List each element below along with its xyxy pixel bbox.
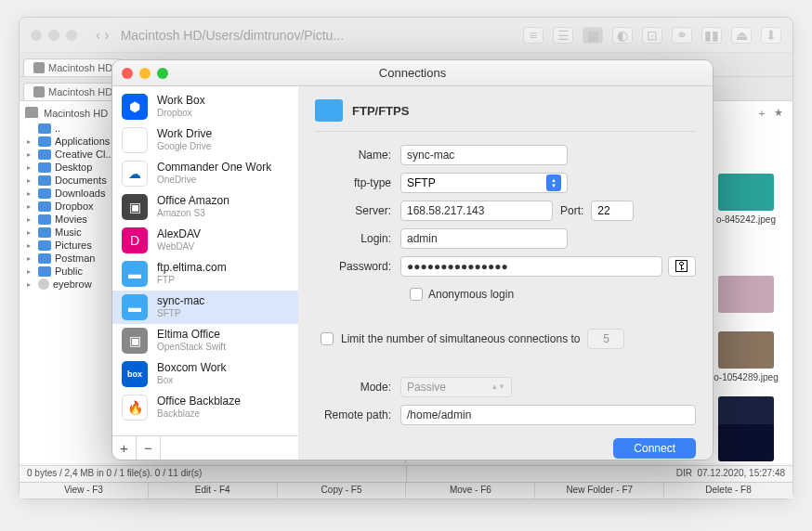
fkey-button[interactable]: Edit - F4 — [149, 483, 278, 499]
fkey-bar: View - F3Edit - F4Copy - F5Move - F6New … — [20, 482, 792, 499]
service-icon: ▬ — [122, 261, 148, 287]
bg-titlebar: ‹ › Macintosh HD/Users/dimtrunov/Pictu..… — [20, 18, 792, 53]
service-icon: 🔥 — [122, 395, 148, 421]
toolbar-btn[interactable]: ⚭ — [672, 27, 692, 44]
anon-checkbox[interactable] — [410, 288, 423, 301]
service-icon: ▲ — [122, 127, 148, 153]
connection-item[interactable]: ▬ sync-macSFTP — [112, 291, 298, 324]
name-label: Name: — [315, 149, 400, 162]
service-icon: box — [122, 361, 148, 387]
connections-modal: Connections ⬢ Work BoxDropbox▲ Work Driv… — [111, 59, 714, 460]
limit-label: Limit the number of simultaneous connect… — [341, 332, 580, 345]
password-input[interactable] — [400, 256, 662, 277]
chevron-updown-icon: ▲▼ — [491, 384, 505, 390]
connection-item[interactable]: ▲ Work DriveGoogle Drive — [112, 123, 298, 157]
connections-sidebar: ⬢ Work BoxDropbox▲ Work DriveGoogle Driv… — [112, 86, 298, 460]
toolbar-btn[interactable]: ⊡ — [642, 27, 662, 44]
bg-tab[interactable]: Macintosh HD — [23, 83, 123, 100]
toolbar-btn[interactable]: ≡ — [523, 27, 544, 44]
protocol-label: FTP/FTPS — [352, 104, 409, 118]
minimize-icon[interactable] — [48, 30, 59, 41]
login-label: Login: — [315, 232, 400, 245]
close-icon[interactable] — [31, 30, 42, 41]
name-input[interactable] — [400, 145, 568, 165]
toolbar-btn[interactable]: ▦ — [583, 27, 603, 44]
toolbar-btn[interactable]: ▮▮ — [701, 27, 722, 44]
toolbar-btn[interactable]: ⬇ — [761, 27, 781, 44]
add-connection-button[interactable]: + — [112, 436, 137, 460]
connection-item[interactable]: D AlexDAVWebDAV — [112, 224, 298, 257]
sidebar-footer: + − — [112, 435, 298, 460]
password-label: Password: — [315, 260, 400, 273]
protocol-icon — [315, 99, 343, 122]
zoom-icon[interactable] — [157, 68, 168, 79]
remote-input[interactable] — [400, 405, 696, 425]
service-icon: D — [122, 227, 148, 253]
ftptype-label: ftp-type — [315, 176, 400, 189]
limit-input[interactable] — [587, 329, 624, 349]
mode-select: Passive ▲▼ — [400, 377, 512, 397]
connection-item[interactable]: ⬢ Work BoxDropbox — [112, 90, 298, 123]
fkey-button[interactable]: New Folder - F7 — [535, 483, 664, 499]
connection-item[interactable]: box Boxcom WorkBox — [112, 357, 298, 391]
toolbar-btn[interactable]: ⏏ — [731, 27, 752, 44]
limit-checkbox[interactable] — [321, 332, 334, 345]
service-icon: ▣ — [122, 328, 148, 354]
key-button[interactable]: ⚿ — [668, 256, 696, 277]
status-left: 0 bytes / 2,4 MB in 0 / 1 file(s). 0 / 1… — [20, 466, 407, 482]
toolbar-btn[interactable]: ☰ — [553, 27, 573, 44]
bg-traffic-lights — [31, 30, 77, 41]
chevron-updown-icon: ▲▼ — [546, 175, 561, 191]
fkey-button[interactable]: View - F3 — [20, 483, 149, 499]
bg-toolbar: ≡ ☰ ▦ ◐ ⊡ ⚭ ▮▮ ⏏ ⬇ — [523, 27, 781, 44]
connections-list: ⬢ Work BoxDropbox▲ Work DriveGoogle Driv… — [112, 86, 298, 435]
service-icon: ⬢ — [122, 94, 148, 120]
modal-title: Connections — [379, 66, 446, 80]
server-input[interactable] — [400, 201, 553, 221]
fkey-button[interactable]: Copy - F5 — [278, 483, 407, 499]
bg-path: Macintosh HD/Users/dimtrunov/Pictu... — [121, 28, 344, 43]
login-input[interactable] — [400, 228, 568, 249]
thumbnail[interactable]: o-845242.jpeg — [709, 174, 783, 225]
form-header: FTP/FTPS — [315, 99, 696, 132]
connect-button[interactable]: Connect — [613, 438, 696, 459]
remote-label: Remote path: — [315, 408, 400, 421]
ftptype-select[interactable]: SFTP ▲▼ — [400, 173, 568, 193]
connection-item[interactable]: ☁ Commander One WorkOneDrive — [112, 157, 298, 190]
bg-status: 0 bytes / 2,4 MB in 0 / 1 file(s). 0 / 1… — [20, 465, 792, 482]
key-icon: ⚿ — [674, 258, 689, 275]
fkey-button[interactable]: Delete - F8 — [664, 483, 792, 499]
forward-icon[interactable]: › — [104, 27, 109, 44]
zoom-icon[interactable] — [66, 30, 77, 41]
mode-label: Mode: — [315, 381, 400, 394]
remove-connection-button[interactable]: − — [137, 436, 161, 460]
close-icon[interactable] — [122, 68, 133, 79]
bg-nav: ‹ › — [96, 27, 110, 44]
anon-label: Anonymous login — [428, 288, 514, 301]
port-input[interactable] — [591, 201, 634, 221]
add-tab-icon[interactable]: + — [753, 108, 770, 119]
minimize-icon[interactable] — [139, 68, 151, 79]
toolbar-btn[interactable]: ◐ — [612, 27, 633, 44]
connection-item[interactable]: ▣ Eltima OfficeOpenStack Swift — [112, 324, 298, 357]
connection-item[interactable]: ▣ Office AmazonAmazon S3 — [112, 190, 298, 224]
fkey-button[interactable]: Move - F6 — [406, 483, 535, 499]
thumbnail[interactable] — [709, 276, 783, 317]
connection-item[interactable]: ▬ ftp.eltima.comFTP — [112, 257, 298, 291]
service-icon: ▣ — [122, 194, 148, 220]
connection-item[interactable]: 🔥 Office BackblazeBackblaze — [112, 391, 298, 424]
status-right: DIR 07.12.2020, 15:27:48 — [407, 466, 793, 482]
service-icon: ▬ — [122, 294, 148, 320]
bg-tab[interactable]: Macintosh HD — [23, 58, 123, 76]
connection-form: FTP/FTPS Name: ftp-type SFTP ▲▼ Server: … — [298, 86, 713, 460]
thumbnail[interactable]: o-1054289.jpeg — [709, 331, 783, 382]
modal-titlebar: Connections — [112, 60, 713, 86]
server-label: Server: — [315, 204, 400, 217]
service-icon: ☁ — [122, 161, 148, 187]
back-icon[interactable]: ‹ — [96, 27, 100, 44]
port-label: Port: — [553, 204, 591, 217]
